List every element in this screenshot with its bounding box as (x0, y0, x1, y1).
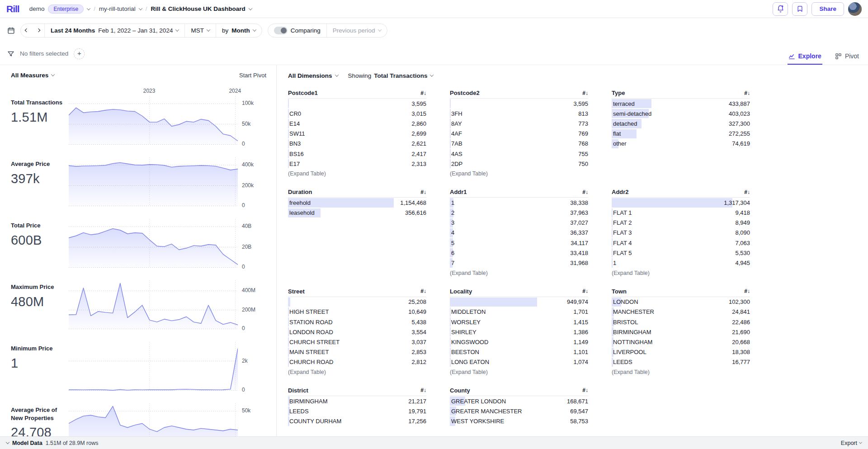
leaderboard-row[interactable]: 14,945 (612, 258, 750, 268)
leaderboard-row[interactable]: BIRMINGHAM21,217 (288, 396, 426, 406)
leaderboard-row[interactable]: FLAT 28,949 (612, 218, 750, 228)
leaderboard-row[interactable]: LONG EATON1,074 (450, 357, 588, 367)
leaderboard-row[interactable]: BRISTOL22,486 (612, 317, 750, 327)
breadcrumb-dashboard[interactable]: Rill & ClickHouse UK Dashboard (151, 5, 245, 12)
leaderboard-row[interactable]: 3,595 (450, 99, 588, 109)
leaderboard-header[interactable]: Street#↓ (288, 286, 426, 297)
measure-chart[interactable] (69, 403, 238, 436)
leaderboard-row[interactable]: FLAT 38,090 (612, 228, 750, 238)
calendar-button[interactable] (7, 27, 15, 34)
bookmark-button[interactable] (792, 2, 807, 16)
leaderboard-row[interactable]: 8AY773 (450, 118, 588, 128)
leaderboard-row[interactable]: FLAT 47,063 (612, 238, 750, 248)
all-measures-selector[interactable]: All Measures (11, 72, 54, 79)
leaderboard-row[interactable]: LEEDS19,791 (288, 406, 426, 416)
leaderboard-row[interactable]: CHURCH ROAD2,812 (288, 357, 426, 367)
leaderboard-header[interactable]: Locality#↓ (450, 286, 588, 297)
expand-table-button[interactable]: (Expand Table) (288, 367, 426, 375)
leaderboard-header[interactable]: Type#↓ (612, 88, 750, 99)
leaderboard-row[interactable]: 1,317,304 (612, 198, 750, 208)
next-period-button[interactable] (33, 24, 44, 37)
leaderboard-row[interactable]: 436,337 (450, 228, 588, 238)
expand-table-button[interactable]: (Expand Table) (450, 268, 588, 276)
breadcrumb-org[interactable]: demo (29, 5, 45, 12)
sort-indicator[interactable]: #↓ (744, 189, 750, 195)
sort-indicator[interactable]: #↓ (744, 288, 750, 294)
leaderboard-row[interactable]: detached327,300 (612, 118, 750, 128)
rill-logo[interactable]: Rill (6, 4, 19, 14)
model-data-toggle[interactable]: Model Data 1.51M of 28.9M rows (6, 440, 98, 446)
tab-explore[interactable]: Explore (788, 52, 822, 65)
leaderboard-row[interactable]: COUNTY DURHAM17,256 (288, 416, 426, 426)
leaderboard-header[interactable]: Postcode2#↓ (450, 88, 588, 99)
expand-table-button[interactable]: (Expand Table) (450, 169, 588, 177)
leaderboard-row[interactable]: 534,117 (450, 238, 588, 248)
leaderboard-row[interactable]: BN32,621 (288, 139, 426, 149)
leaderboard-row[interactable]: WORSLEY1,415 (450, 317, 588, 327)
leaderboard-row[interactable]: WEST YORKSHIRE58,753 (450, 416, 588, 426)
leaderboard-header[interactable]: Postcode1#↓ (288, 88, 426, 99)
leaderboard-row[interactable]: MANCHESTER24,841 (612, 307, 750, 317)
leaderboard-row[interactable]: 2DP750 (450, 159, 588, 169)
all-dimensions-selector[interactable]: All Dimensions (288, 72, 338, 79)
chevron-down-icon[interactable] (139, 6, 142, 10)
expand-table-button[interactable]: (Expand Table) (288, 169, 426, 177)
leaderboard-row[interactable]: GREATER MANCHESTER69,547 (450, 406, 588, 416)
time-range-selector[interactable]: Last 24 Months Feb 1, 2022 – Jan 31, 202… (45, 24, 184, 37)
measure-chart[interactable] (69, 342, 238, 392)
measure-chart[interactable] (69, 96, 238, 147)
leaderboard-header[interactable]: Addr1#↓ (450, 187, 588, 198)
sort-indicator[interactable]: #↓ (744, 90, 750, 96)
leaderboard-row[interactable]: 949,974 (450, 297, 588, 307)
timezone-selector[interactable]: MST (185, 24, 216, 37)
leaderboard-row[interactable]: LONDON102,300 (612, 297, 750, 307)
compare-period-selector[interactable]: Previous period (327, 24, 387, 37)
leaderboard-row[interactable]: FLAT 19,418 (612, 208, 750, 218)
leaderboard-header[interactable]: District#↓ (288, 385, 426, 396)
leaderboard-row[interactable]: 7AB768 (450, 139, 588, 149)
leaderboard-row[interactable]: 3FH813 (450, 109, 588, 118)
leaderboard-row[interactable]: 138,338 (450, 198, 588, 208)
leaderboard-row[interactable]: SW112,699 (288, 129, 426, 139)
leaderboard-row[interactable]: STATION ROAD5,438 (288, 317, 426, 327)
leaderboard-row[interactable]: E172,313 (288, 159, 426, 169)
leaderboard-row[interactable]: KINGSWOOD1,149 (450, 337, 588, 347)
leaderboard-row[interactable]: LEEDS16,777 (612, 357, 750, 367)
leaderboard-row[interactable]: FLAT 55,530 (612, 248, 750, 258)
leaderboard-row[interactable]: terraced433,887 (612, 99, 750, 109)
chevron-down-icon[interactable] (87, 6, 90, 10)
expand-table-button[interactable]: (Expand Table) (612, 268, 750, 276)
chevron-down-icon[interactable] (248, 6, 252, 10)
leaderboard-row[interactable]: LIVERPOOL18,308 (612, 347, 750, 357)
time-grain-selector[interactable]: by Month (216, 24, 262, 37)
leaderboard-header[interactable]: Town#↓ (612, 286, 750, 297)
expand-table-button[interactable]: (Expand Table) (450, 367, 588, 375)
leaderboard-row[interactable]: flat272,255 (612, 129, 750, 139)
sort-indicator[interactable]: #↓ (582, 90, 588, 96)
leaderboard-row[interactable]: 25,208 (288, 297, 426, 307)
sort-indicator[interactable]: #↓ (420, 189, 426, 195)
leaderboard-row[interactable]: 633,418 (450, 248, 588, 258)
breadcrumb-project[interactable]: my-rill-tutorial (99, 5, 136, 12)
avatar[interactable] (848, 2, 862, 16)
comparing-toggle[interactable] (274, 27, 288, 34)
leaderboard-row[interactable]: HIGH STREET10,649 (288, 307, 426, 317)
sort-indicator[interactable]: #↓ (420, 90, 426, 96)
add-filter-button[interactable]: + (74, 48, 85, 59)
leaderboard-row[interactable]: 731,968 (450, 258, 588, 268)
leaderboard-row[interactable]: 3,595 (288, 99, 426, 109)
prev-period-button[interactable] (21, 24, 33, 37)
leaderboard-row[interactable]: other74,619 (612, 139, 750, 149)
sort-indicator[interactable]: #↓ (420, 288, 426, 294)
measure-chart[interactable] (69, 219, 238, 269)
leaderboard-row[interactable]: LONDON ROAD3,554 (288, 327, 426, 337)
leaderboard-row[interactable]: MAIN STREET2,853 (288, 347, 426, 357)
leaderboard-header[interactable]: Addr2#↓ (612, 187, 750, 198)
leaderboard-row[interactable]: BIRMINGHAM21,690 (612, 327, 750, 337)
export-button[interactable]: Export (841, 440, 862, 446)
expand-table-button[interactable]: (Expand Table) (612, 367, 750, 375)
sort-indicator[interactable]: #↓ (582, 189, 588, 195)
leaderboard-row[interactable]: 237,963 (450, 208, 588, 218)
leaderboard-row[interactable]: semi-detached403,023 (612, 109, 750, 118)
measure-chart[interactable] (69, 157, 238, 208)
